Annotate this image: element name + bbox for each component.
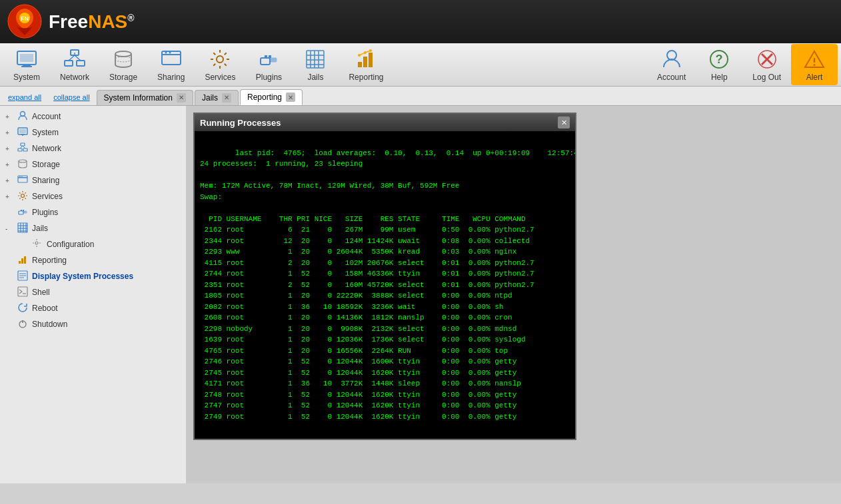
svg-rect-21 — [265, 55, 267, 58]
svg-rect-53 — [23, 148, 27, 151]
network-icon — [63, 47, 87, 71]
sidebar-item-reboot[interactable]: Reboot — [0, 300, 186, 316]
sidebar-item-jails[interactable]: - Jails — [0, 220, 186, 236]
toolbar-help-label: Help — [711, 73, 728, 82]
toolbar-services[interactable]: Services — [195, 44, 245, 85]
shutdown-tree-icon — [17, 318, 29, 330]
sidebar-item-account[interactable]: + Account — [0, 109, 186, 125]
toolbar-jails-label: Jails — [307, 73, 323, 82]
rp-body: last pid: 4765; load averages: 0.10, 0.1… — [195, 131, 575, 439]
sidebar-item-network[interactable]: + Network — [0, 140, 186, 156]
svg-rect-57 — [18, 176, 27, 182]
toolbar-storage[interactable]: Storage — [99, 44, 147, 85]
sidebar-item-system[interactable]: + System — [0, 125, 186, 140]
rp-close-button[interactable]: ✕ — [558, 117, 570, 128]
toolbar-alert[interactable]: Alert — [791, 44, 838, 85]
sidebar-reboot-label: Reboot — [32, 304, 58, 313]
toolbar-plugins[interactable]: Plugins — [245, 44, 292, 85]
tab-reporting-label: Reporting — [247, 93, 282, 102]
logo: FN FreeNAS® — [7, 3, 135, 40]
svg-rect-52 — [18, 148, 22, 151]
sidebar-item-services[interactable]: + Services — [0, 188, 186, 204]
sidebar-item-display-system-processes[interactable]: Display System Processes — [0, 268, 186, 284]
svg-point-73 — [35, 242, 38, 244]
svg-rect-32 — [363, 57, 367, 67]
tab-jails[interactable]: Jails ✕ — [195, 90, 239, 105]
svg-point-14 — [115, 57, 131, 62]
rp-header: Running Processes ✕ — [195, 114, 575, 131]
sidebar-item-sharing[interactable]: + Sharing — [0, 172, 186, 188]
sharing-icon — [159, 47, 183, 71]
toolbar: System Network Storage Sharing Services … — [0, 43, 841, 87]
storage-icon — [111, 47, 135, 71]
help-icon: ? — [707, 47, 731, 71]
svg-point-19 — [217, 56, 223, 63]
dsp-toggle — [5, 273, 15, 280]
svg-point-18 — [169, 52, 171, 54]
sidebar-shutdown-label: Shutdown — [32, 320, 67, 329]
toolbar-help[interactable]: ? Help — [696, 44, 742, 85]
sidebar-plugins-label: Plugins — [32, 208, 58, 217]
tab-reporting-close[interactable]: ✕ — [286, 93, 295, 102]
sidebar-sharing-label: Sharing — [32, 176, 59, 185]
sidebar-storage-label: Storage — [32, 160, 60, 169]
reporting-toggle — [5, 257, 15, 264]
network-toggle: + — [5, 145, 15, 152]
sidebar-network-label: Network — [32, 144, 61, 153]
svg-rect-22 — [269, 55, 271, 58]
sidebar-reporting-label: Reporting — [32, 256, 67, 265]
sidebar-item-storage[interactable]: + Storage — [0, 156, 186, 172]
svg-rect-9 — [77, 61, 85, 66]
jails-toggle: - — [5, 225, 15, 232]
storage-toggle: + — [5, 161, 15, 168]
sidebar-item-shell[interactable]: Shell — [0, 284, 186, 300]
sidebar-account-label: Account — [32, 112, 61, 121]
toolbar-network[interactable]: Network — [50, 44, 99, 85]
toolbar-account[interactable]: Account — [647, 44, 696, 85]
svg-point-17 — [165, 52, 167, 54]
logo-text: FreeNAS® — [49, 11, 135, 33]
account-toggle: + — [5, 113, 15, 121]
collapse-all-link[interactable]: collapse all — [48, 91, 95, 104]
sidebar-item-plugins[interactable]: Plugins — [0, 204, 186, 220]
toolbar-jails[interactable]: Jails — [292, 44, 339, 85]
logout-icon — [755, 47, 779, 71]
svg-rect-51 — [21, 143, 25, 146]
svg-rect-23 — [270, 58, 277, 62]
toolbar-reporting[interactable]: Reporting — [339, 44, 393, 85]
tab-reporting[interactable]: Reporting ✕ — [240, 89, 303, 105]
account-icon — [660, 47, 684, 71]
toolbar-system[interactable]: System — [3, 44, 50, 85]
svg-point-61 — [21, 194, 25, 198]
svg-rect-15 — [162, 51, 181, 65]
header: FN FreeNAS® — [0, 0, 841, 43]
toolbar-system-label: System — [13, 73, 40, 82]
toolbar-account-label: Account — [657, 73, 686, 82]
svg-rect-62 — [19, 211, 23, 214]
config-tree-icon — [32, 238, 44, 250]
expand-all-link[interactable]: expand all — [3, 91, 47, 104]
tab-jails-close[interactable]: ✕ — [222, 93, 231, 103]
toolbar-sharing-label: Sharing — [157, 73, 185, 82]
tab-system-info-close[interactable]: ✕ — [177, 93, 186, 103]
svg-rect-8 — [65, 61, 73, 66]
system-toggle: + — [5, 129, 15, 136]
svg-point-13 — [115, 51, 131, 57]
svg-point-60 — [21, 176, 23, 177]
tab-system-info[interactable]: System Information ✕ — [97, 90, 193, 105]
rp-content: last pid: 4765; load averages: 0.10, 0.1… — [200, 149, 575, 421]
sidebar-item-configuration[interactable]: Configuration — [15, 236, 186, 252]
storage-tree-icon — [17, 158, 29, 170]
shell-toggle — [5, 289, 15, 296]
sidebar-system-label: System — [32, 128, 59, 137]
sidebar-item-shutdown[interactable]: Shutdown — [0, 316, 186, 332]
sidebar-dsp-label: Display System Processes — [32, 272, 133, 281]
svg-point-59 — [19, 176, 21, 177]
sidebar-item-reporting[interactable]: Reporting — [0, 252, 186, 268]
toolbar-logout[interactable]: Log Out — [742, 44, 791, 85]
svg-rect-5 — [23, 65, 31, 66]
svg-point-45 — [814, 64, 816, 66]
toolbar-plugins-label: Plugins — [256, 73, 282, 82]
toolbar-sharing[interactable]: Sharing — [147, 44, 195, 85]
sharing-toggle: + — [5, 177, 15, 184]
